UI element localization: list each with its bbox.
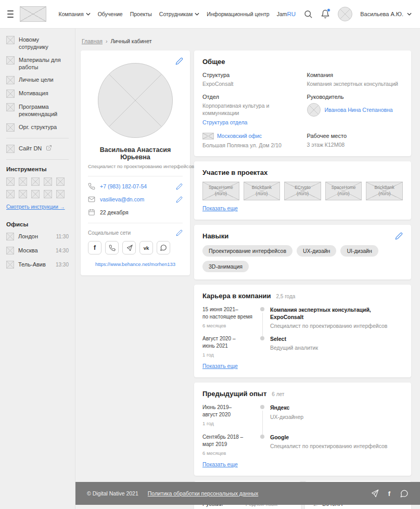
career-show-more-link[interactable]: Показать еще [202, 363, 238, 369]
nav-item-education[interactable]: Обучение [98, 11, 123, 17]
sidebar-item-org-structure[interactable]: Орг. структура [6, 123, 69, 132]
user-name: Васильева А.Ю. [360, 11, 403, 17]
language-switch[interactable]: RU [287, 11, 296, 17]
facebook-icon[interactable]: f [388, 490, 390, 498]
workplace-field: Рабочее место 3 этаж К12М08 [307, 133, 403, 149]
facebook-icon[interactable]: f [88, 241, 101, 254]
phone-link[interactable]: +7 (983) 182-07-54 [100, 183, 147, 189]
project-logo-tile[interactable]: BrickBank (лого) [244, 182, 281, 200]
page-footer: © Digital Native 2021 Политика обработки… [75, 482, 420, 505]
entry-body: Компания экспертных консультаций, ExpoCo… [270, 306, 403, 329]
project-logo-tile[interactable]: SpaceHome (лого) [202, 182, 239, 200]
viber-icon[interactable] [105, 241, 119, 254]
projects-show-more-link[interactable]: Показать еще [202, 205, 238, 211]
sidebar-item-label: Материалы для работы [19, 56, 69, 71]
nav-item-jam[interactable]: Jam [277, 11, 287, 17]
entry-dates: 15 июня 2021– по настоящее время 6 месяц… [202, 306, 256, 329]
instructions-link[interactable]: Смотреть инструкции → [6, 204, 65, 210]
tool-icon-placeholder[interactable] [44, 190, 52, 198]
project-logo-tile[interactable]: ECrypto (лого) [284, 182, 321, 200]
placeholder-icon [6, 145, 15, 153]
nav-item-company[interactable]: Компания [59, 11, 91, 17]
sidebar-item-dn-site[interactable]: Сайт DN [6, 145, 69, 153]
project-logo-label: (лого) [256, 191, 268, 197]
project-name: ECrypto [295, 185, 311, 191]
entry-body: Яндекс UX-дизайнер [270, 404, 303, 427]
telegram-icon[interactable] [371, 489, 379, 498]
timeline-dot [260, 307, 264, 311]
map-placeholder-icon [202, 133, 214, 139]
project-name: SpaceHome [332, 185, 356, 191]
tool-icon-placeholder[interactable] [19, 190, 27, 198]
edit-profile-photo-button[interactable] [175, 57, 183, 67]
department-structure-link[interactable]: Структура отдела [202, 119, 247, 125]
nav-label: Компания [59, 11, 84, 17]
sidebar-item-new-employee[interactable]: Новому сотруднику [6, 36, 69, 51]
sidebar-item-label: Новому сотруднику [19, 36, 69, 51]
user-menu[interactable]: Васильева А.Ю. [360, 11, 412, 17]
tool-icon-placeholder[interactable] [19, 177, 27, 186]
privacy-policy-link[interactable]: Политика обработки персональных данных [148, 490, 258, 497]
sidebar-item-personal-goals[interactable]: Личные цели [6, 76, 69, 84]
search-icon[interactable] [303, 9, 313, 19]
timeline-dot [260, 435, 264, 439]
offices-title: Офисы [6, 221, 69, 227]
tool-icon-placeholder[interactable] [56, 190, 65, 198]
nav-item-projects[interactable]: Проекты [130, 11, 152, 17]
profile-photo-placeholder[interactable] [98, 63, 173, 138]
website-link[interactable]: https://www.behance.net/morhen133 [88, 261, 183, 267]
whatsapp-icon[interactable] [157, 241, 170, 254]
nav-item-employees[interactable]: Сотрудникам [159, 11, 199, 17]
divider [6, 138, 69, 138]
menu-icon[interactable] [7, 10, 14, 18]
edit-social-button[interactable] [176, 230, 183, 236]
project-logo-tile[interactable]: BrickBank (лого) [366, 182, 403, 200]
tool-icon-placeholder[interactable] [31, 190, 40, 198]
edit-skills-button[interactable] [395, 232, 403, 240]
nav-item-info-center[interactable]: Информационный центр [207, 11, 270, 17]
profile-card: Васильева Анастасия Юрьевна Специалист п… [81, 50, 190, 275]
tool-icon-placeholder[interactable] [56, 177, 65, 186]
edit-email-button[interactable] [176, 196, 183, 203]
edit-phone-button[interactable] [176, 183, 183, 190]
sidebar-item-motivation[interactable]: Мотивация [6, 90, 69, 98]
experience-entry: Июнь 2019– август 2020 1 год Яндекс UX-д… [202, 404, 403, 427]
entry-dates: Июнь 2019– август 2020 1 год [202, 404, 256, 427]
breadcrumb-home-link[interactable]: Главная [82, 38, 103, 44]
sidebar-item-referral-program[interactable]: Программа рекомендаций [6, 103, 69, 118]
office-name: Москва [18, 247, 38, 253]
tool-icon-placeholder[interactable] [6, 177, 15, 186]
experience-entry: Сентябрь 2018 – март 2019 6 месяцев Goog… [202, 434, 403, 456]
pencil-icon [176, 196, 183, 203]
social-title: Социальные сети [88, 230, 131, 236]
tool-icon-placeholder[interactable] [44, 177, 52, 186]
top-header: Компания Обучение Проекты Сотрудникам Ин… [0, 0, 420, 29]
vk-icon[interactable]: vk [139, 241, 153, 254]
whatsapp-icon[interactable] [400, 489, 409, 498]
manager-link[interactable]: Иванова Нина Степановна [325, 107, 393, 113]
project-name: BrickBank [375, 185, 394, 191]
tool-icon-placeholder[interactable] [31, 177, 40, 186]
sidebar-item-work-materials[interactable]: Материалы для работы [6, 56, 69, 71]
telegram-icon[interactable] [122, 241, 136, 254]
social-header: Социальные сети [88, 230, 183, 236]
date-line: Август 2020 – [202, 335, 256, 342]
structure-field: Структура ExpoConsalt [202, 72, 299, 87]
logo-placeholder[interactable] [20, 6, 46, 22]
notifications-button[interactable] [321, 9, 330, 19]
user-avatar[interactable] [338, 7, 352, 21]
nav-label: Обучение [98, 11, 123, 17]
office-time: 13:30 [56, 262, 69, 268]
date-line: 15 июня 2021– [202, 306, 256, 313]
email-row: vasilieva@dn.com [88, 196, 183, 203]
office-row-moscow: Москва 14:30 [6, 247, 69, 254]
field-value: Компания экспертных консультаций [307, 80, 403, 87]
email-link[interactable]: vasilieva@dn.com [100, 196, 144, 202]
office-link[interactable]: Московский офис [217, 133, 262, 139]
entry-role: Специалист по проектированию интерфейсов [270, 443, 387, 449]
experience-show-more-link[interactable]: Показать еще [202, 461, 238, 467]
tool-icon-placeholder[interactable] [6, 190, 15, 198]
entry-company: Компания экспертных консультаций, ExpoCo… [270, 306, 403, 321]
project-logo-tile[interactable]: SpaceHome (лого) [325, 182, 362, 200]
field-label: Компания [307, 72, 403, 78]
